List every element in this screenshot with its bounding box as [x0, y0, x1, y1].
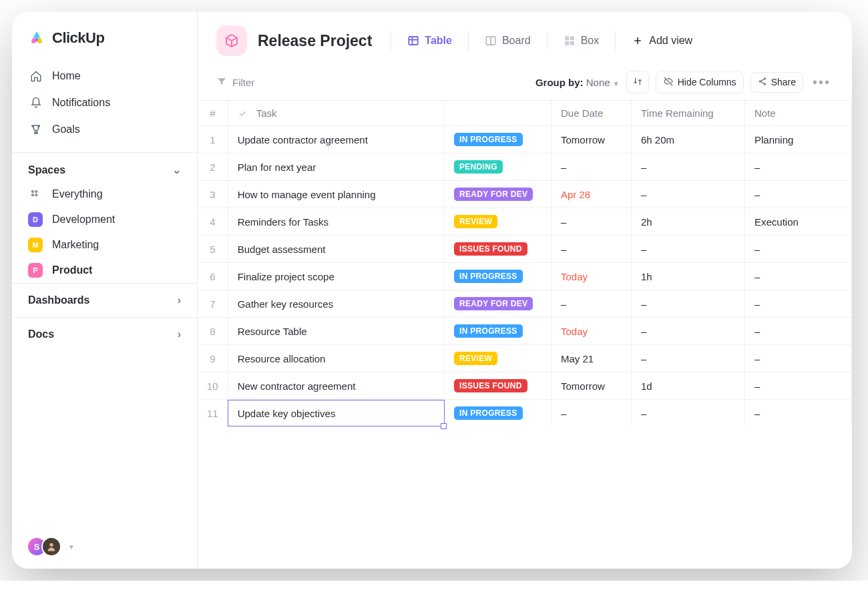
logo[interactable]: ClickUp: [12, 21, 197, 60]
table-row[interactable]: 1Update contractor agreementIN PROGRESST…: [198, 126, 852, 154]
cell-status[interactable]: IN PROGRESS: [445, 318, 552, 345]
cell-task[interactable]: Gather key resources: [228, 290, 444, 318]
project-icon[interactable]: [216, 25, 247, 56]
table-row[interactable]: 5Budget assessmentISSUES FOUND–––: [198, 236, 852, 263]
more-menu-button[interactable]: •••: [810, 75, 833, 90]
cell-status[interactable]: READY FOR DEV: [445, 290, 552, 318]
cell-note[interactable]: Planning: [745, 126, 852, 154]
sidebar-footer[interactable]: S ▼: [12, 525, 197, 569]
cell-time-remaining[interactable]: –: [632, 345, 745, 372]
cell-status[interactable]: READY FOR DEV: [445, 181, 552, 208]
cell-time-remaining[interactable]: –: [632, 290, 745, 318]
cell-time-remaining[interactable]: 1d: [632, 372, 745, 400]
cell-task[interactable]: Resource allocation: [228, 345, 444, 372]
view-tab-box[interactable]: Box: [557, 31, 606, 51]
cell-due-date[interactable]: –: [552, 400, 632, 427]
table-row[interactable]: 10New contractor agreementISSUES FOUNDTo…: [198, 372, 852, 400]
cell-due-date[interactable]: –: [552, 290, 632, 318]
space-item-marketing[interactable]: MMarketing: [12, 232, 197, 258]
cell-due-date[interactable]: –: [552, 236, 632, 263]
spaces-header[interactable]: Spaces ⌄: [12, 152, 197, 182]
table-row[interactable]: 11Update key objectivesIN PROGRESS–––: [198, 400, 852, 427]
cell-due-date[interactable]: –: [552, 208, 632, 236]
nav-home[interactable]: Home: [20, 63, 189, 89]
cell-status[interactable]: PENDING: [445, 154, 552, 181]
nav-goals[interactable]: Goals: [20, 116, 189, 143]
table-row[interactable]: 2Plan for next yearPENDING–––: [198, 154, 852, 181]
sort-button[interactable]: [626, 71, 649, 93]
cell-note[interactable]: –: [745, 181, 852, 208]
col-header-time[interactable]: Time Remaining: [632, 101, 745, 126]
cell-time-remaining[interactable]: –: [632, 181, 745, 208]
sidebar-dashboards[interactable]: Dashboards ›: [12, 283, 197, 317]
col-header-status[interactable]: [445, 101, 552, 126]
hide-columns-button[interactable]: Hide Columns: [656, 71, 744, 93]
cell-status[interactable]: REVIEW: [445, 345, 552, 372]
cell-task[interactable]: Update contractor agreement: [228, 126, 444, 154]
cell-due-date[interactable]: Tomorrow: [552, 372, 632, 400]
avatar[interactable]: [41, 537, 61, 557]
view-tab-board[interactable]: Board: [478, 31, 537, 51]
table-row[interactable]: 8Resource TableIN PROGRESSToday––: [198, 318, 852, 345]
cell-note[interactable]: –: [745, 236, 852, 263]
cell-time-remaining[interactable]: –: [632, 236, 745, 263]
cell-note[interactable]: –: [745, 372, 852, 400]
groupby-dropdown[interactable]: Group by: None ▼: [535, 77, 620, 88]
check-icon: [238, 109, 247, 118]
cell-status[interactable]: IN PROGRESS: [445, 263, 552, 290]
cell-due-date[interactable]: Today: [552, 318, 632, 345]
cell-due-date[interactable]: May 21: [552, 345, 632, 372]
nav-notifications[interactable]: Notifications: [20, 89, 189, 116]
cell-due-date[interactable]: –: [552, 154, 632, 181]
cell-number: 10: [198, 372, 228, 400]
col-header-number[interactable]: #: [198, 101, 228, 126]
table-row[interactable]: 9Resource allocationREVIEWMay 21––: [198, 345, 852, 372]
chevron-down-icon: ⌄: [172, 164, 181, 176]
cell-task[interactable]: Reminders for Tasks: [228, 208, 444, 236]
cell-status[interactable]: REVIEW: [445, 208, 552, 236]
cell-note[interactable]: Execution: [745, 208, 852, 236]
cell-time-remaining[interactable]: 6h 20m: [632, 126, 745, 154]
cell-due-date[interactable]: Today: [552, 263, 632, 290]
col-header-due[interactable]: Due Date: [552, 101, 632, 126]
cell-task[interactable]: Update key objectives: [228, 400, 444, 427]
space-item-development[interactable]: DDevelopment: [12, 207, 197, 232]
cell-time-remaining[interactable]: –: [632, 154, 745, 181]
cell-note[interactable]: –: [745, 154, 852, 181]
table-row[interactable]: 7Gather key resourcesREADY FOR DEV–––: [198, 290, 852, 318]
space-everything[interactable]: Everything: [12, 182, 197, 207]
table-row[interactable]: 3How to manage event planningREADY FOR D…: [198, 181, 852, 208]
cell-task[interactable]: Plan for next year: [228, 154, 444, 181]
cell-status[interactable]: IN PROGRESS: [445, 400, 552, 427]
cell-time-remaining[interactable]: 2h: [632, 208, 745, 236]
cell-time-remaining[interactable]: –: [632, 318, 745, 345]
cell-due-date[interactable]: Tomorrow: [552, 126, 632, 154]
cell-note[interactable]: –: [745, 400, 852, 427]
status-badge: REVIEW: [454, 352, 497, 365]
cell-time-remaining[interactable]: –: [632, 400, 745, 427]
col-header-note[interactable]: Note: [745, 101, 852, 126]
cell-task[interactable]: Resource Table: [228, 318, 444, 345]
cell-status[interactable]: IN PROGRESS: [445, 126, 552, 154]
cell-due-date[interactable]: Apr 28: [552, 181, 632, 208]
cell-task[interactable]: New contractor agreement: [228, 372, 444, 400]
cell-time-remaining[interactable]: 1h: [632, 263, 745, 290]
cell-note[interactable]: –: [745, 318, 852, 345]
add-view-button[interactable]: Add view: [625, 31, 699, 51]
space-item-product[interactable]: PProduct: [12, 258, 197, 283]
sidebar-docs[interactable]: Docs ›: [12, 317, 197, 351]
cell-task[interactable]: Finalize project scope: [228, 263, 444, 290]
cell-status[interactable]: ISSUES FOUND: [445, 372, 552, 400]
cell-task[interactable]: Budget assessment: [228, 236, 444, 263]
col-header-task[interactable]: Task: [228, 101, 444, 126]
cell-status[interactable]: ISSUES FOUND: [445, 236, 552, 263]
cell-note[interactable]: –: [745, 263, 852, 290]
cell-task[interactable]: How to manage event planning: [228, 181, 444, 208]
filter-button[interactable]: Filter: [216, 76, 254, 89]
cell-note[interactable]: –: [745, 345, 852, 372]
table-row[interactable]: 6Finalize project scopeIN PROGRESSToday1…: [198, 263, 852, 290]
table-row[interactable]: 4Reminders for TasksREVIEW–2hExecution: [198, 208, 852, 236]
share-button[interactable]: Share: [750, 72, 803, 93]
cell-note[interactable]: –: [745, 290, 852, 318]
view-tab-table[interactable]: Table: [401, 31, 459, 51]
